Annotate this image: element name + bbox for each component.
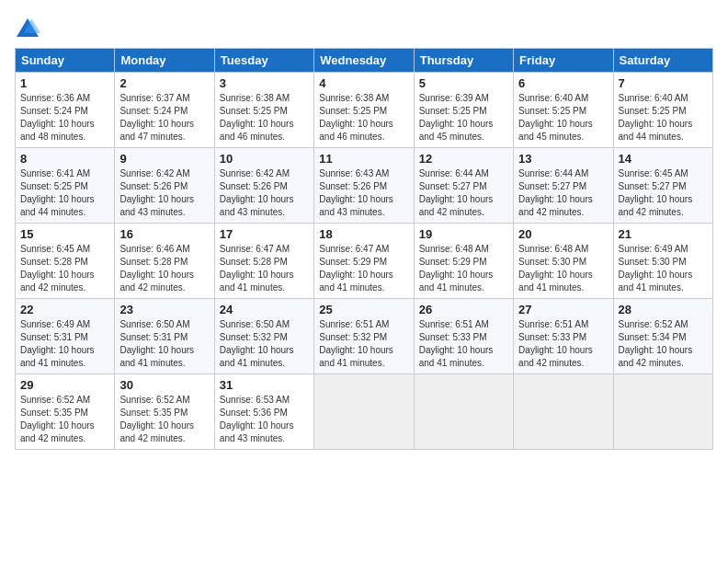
day-info: Sunrise: 6:50 AM Sunset: 5:32 PM Dayligh… [220,318,309,370]
weekday-header: Monday [115,49,214,73]
calendar-cell: 21Sunrise: 6:49 AM Sunset: 5:30 PM Dayli… [613,224,712,299]
day-info: Sunrise: 6:40 AM Sunset: 5:25 PM Dayligh… [518,92,608,144]
calendar-cell: 18Sunrise: 6:47 AM Sunset: 5:29 PM Dayli… [314,224,414,299]
page-header [15,15,713,40]
calendar-cell: 3Sunrise: 6:38 AM Sunset: 5:25 PM Daylig… [214,73,313,148]
day-info: Sunrise: 6:51 AM Sunset: 5:33 PM Dayligh… [419,318,508,370]
day-info: Sunrise: 6:47 AM Sunset: 5:29 PM Dayligh… [319,243,408,294]
day-info: Sunrise: 6:37 AM Sunset: 5:24 PM Dayligh… [119,92,209,144]
calendar-cell [514,374,613,450]
calendar-cell: 8Sunrise: 6:41 AM Sunset: 5:25 PM Daylig… [16,148,115,224]
day-number: 27 [518,303,608,316]
day-info: Sunrise: 6:40 AM Sunset: 5:25 PM Dayligh… [619,92,708,144]
calendar-week-row: 8Sunrise: 6:41 AM Sunset: 5:25 PM Daylig… [16,148,713,224]
day-info: Sunrise: 6:48 AM Sunset: 5:30 PM Dayligh… [518,243,608,294]
calendar-cell: 19Sunrise: 6:48 AM Sunset: 5:29 PM Dayli… [414,224,513,299]
day-number: 25 [319,303,408,316]
day-info: Sunrise: 6:47 AM Sunset: 5:28 PM Dayligh… [220,243,309,294]
day-info: Sunrise: 6:46 AM Sunset: 5:28 PM Dayligh… [119,243,209,294]
day-info: Sunrise: 6:49 AM Sunset: 5:30 PM Dayligh… [619,243,708,294]
day-info: Sunrise: 6:38 AM Sunset: 5:25 PM Dayligh… [319,92,408,144]
day-info: Sunrise: 6:52 AM Sunset: 5:35 PM Dayligh… [20,394,109,445]
day-number: 5 [419,76,508,90]
day-number: 4 [319,76,408,90]
calendar-week-row: 29Sunrise: 6:52 AM Sunset: 5:35 PM Dayli… [16,374,713,450]
day-number: 10 [220,152,309,166]
day-number: 1 [20,76,109,90]
calendar-cell: 20Sunrise: 6:48 AM Sunset: 5:30 PM Dayli… [514,224,613,299]
calendar-cell: 7Sunrise: 6:40 AM Sunset: 5:25 PM Daylig… [613,73,712,148]
calendar-cell [314,374,414,450]
day-number: 14 [619,152,708,166]
calendar-cell: 5Sunrise: 6:39 AM Sunset: 5:25 PM Daylig… [414,73,513,148]
day-number: 18 [319,227,408,241]
day-info: Sunrise: 6:52 AM Sunset: 5:35 PM Dayligh… [119,394,209,445]
day-info: Sunrise: 6:48 AM Sunset: 5:29 PM Dayligh… [419,243,508,294]
day-number: 31 [220,378,309,392]
calendar-cell: 15Sunrise: 6:45 AM Sunset: 5:28 PM Dayli… [16,224,115,299]
calendar-week-row: 22Sunrise: 6:49 AM Sunset: 5:31 PM Dayli… [16,299,713,374]
day-info: Sunrise: 6:39 AM Sunset: 5:25 PM Dayligh… [419,92,508,144]
calendar-week-row: 15Sunrise: 6:45 AM Sunset: 5:28 PM Dayli… [16,224,713,299]
day-number: 19 [419,227,508,241]
logo-icon [15,15,40,40]
day-number: 16 [119,227,209,241]
day-info: Sunrise: 6:38 AM Sunset: 5:25 PM Dayligh… [220,92,309,144]
weekday-header: Sunday [16,49,115,73]
calendar-header-row: SundayMondayTuesdayWednesdayThursdayFrid… [16,49,713,73]
calendar-cell: 23Sunrise: 6:50 AM Sunset: 5:31 PM Dayli… [115,299,214,374]
day-number: 15 [20,227,109,241]
day-number: 26 [419,303,508,316]
calendar-cell: 13Sunrise: 6:44 AM Sunset: 5:27 PM Dayli… [514,148,613,224]
day-number: 24 [220,303,309,316]
day-number: 9 [119,152,209,166]
day-number: 17 [220,227,309,241]
day-info: Sunrise: 6:45 AM Sunset: 5:27 PM Dayligh… [619,167,708,219]
calendar-cell [414,374,513,450]
day-number: 30 [119,378,209,392]
weekday-header: Saturday [613,49,712,73]
calendar-cell: 12Sunrise: 6:44 AM Sunset: 5:27 PM Dayli… [414,148,513,224]
day-info: Sunrise: 6:51 AM Sunset: 5:32 PM Dayligh… [319,318,408,370]
calendar-cell [613,374,712,450]
calendar-cell: 9Sunrise: 6:42 AM Sunset: 5:26 PM Daylig… [115,148,214,224]
calendar-cell: 1Sunrise: 6:36 AM Sunset: 5:24 PM Daylig… [16,73,115,148]
calendar-cell: 30Sunrise: 6:52 AM Sunset: 5:35 PM Dayli… [115,374,214,450]
calendar-cell: 22Sunrise: 6:49 AM Sunset: 5:31 PM Dayli… [16,299,115,374]
calendar-cell: 28Sunrise: 6:52 AM Sunset: 5:34 PM Dayli… [613,299,712,374]
weekday-header: Thursday [414,49,513,73]
day-number: 29 [20,378,109,392]
calendar-cell: 27Sunrise: 6:51 AM Sunset: 5:33 PM Dayli… [514,299,613,374]
day-info: Sunrise: 6:49 AM Sunset: 5:31 PM Dayligh… [20,318,109,370]
day-number: 11 [319,152,408,166]
logo [15,15,44,40]
calendar-cell: 6Sunrise: 6:40 AM Sunset: 5:25 PM Daylig… [514,73,613,148]
day-info: Sunrise: 6:44 AM Sunset: 5:27 PM Dayligh… [518,167,608,219]
day-number: 13 [518,152,608,166]
calendar-cell: 2Sunrise: 6:37 AM Sunset: 5:24 PM Daylig… [115,73,214,148]
day-info: Sunrise: 6:43 AM Sunset: 5:26 PM Dayligh… [319,167,408,219]
day-number: 28 [619,303,708,316]
calendar-cell: 16Sunrise: 6:46 AM Sunset: 5:28 PM Dayli… [115,224,214,299]
day-number: 22 [20,303,109,316]
day-number: 6 [518,76,608,90]
day-info: Sunrise: 6:42 AM Sunset: 5:26 PM Dayligh… [220,167,309,219]
calendar-cell: 29Sunrise: 6:52 AM Sunset: 5:35 PM Dayli… [16,374,115,450]
calendar-body: 1Sunrise: 6:36 AM Sunset: 5:24 PM Daylig… [16,73,713,450]
day-number: 23 [119,303,209,316]
day-info: Sunrise: 6:44 AM Sunset: 5:27 PM Dayligh… [419,167,508,219]
day-number: 2 [119,76,209,90]
calendar-cell: 24Sunrise: 6:50 AM Sunset: 5:32 PM Dayli… [214,299,313,374]
day-number: 20 [518,227,608,241]
weekday-header: Tuesday [214,49,313,73]
weekday-header: Wednesday [314,49,414,73]
day-number: 21 [619,227,708,241]
calendar-week-row: 1Sunrise: 6:36 AM Sunset: 5:24 PM Daylig… [16,73,713,148]
day-info: Sunrise: 6:45 AM Sunset: 5:28 PM Dayligh… [20,243,109,294]
calendar-cell: 26Sunrise: 6:51 AM Sunset: 5:33 PM Dayli… [414,299,513,374]
day-number: 3 [220,76,309,90]
calendar-cell: 25Sunrise: 6:51 AM Sunset: 5:32 PM Dayli… [314,299,414,374]
day-number: 7 [619,76,708,90]
day-number: 8 [20,152,109,166]
day-number: 12 [419,152,508,166]
